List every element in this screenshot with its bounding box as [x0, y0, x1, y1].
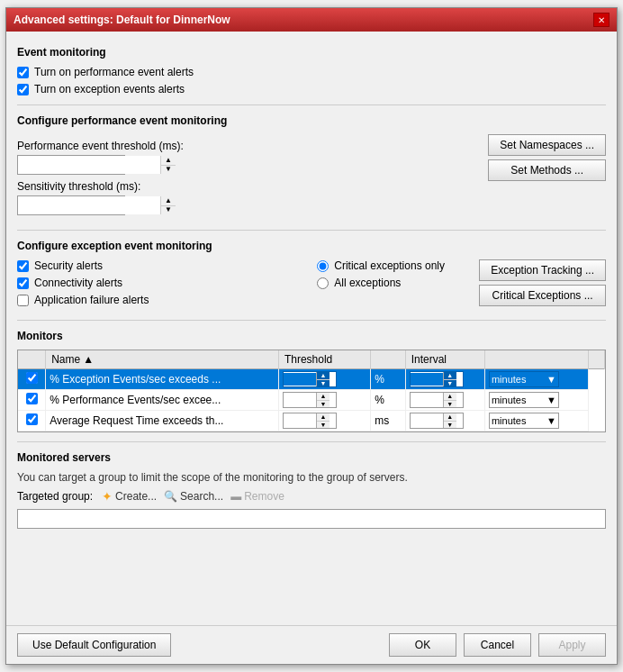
row3-spin-up[interactable]: ▲: [317, 413, 330, 422]
row2-threshold-spinner[interactable]: 20 ▲ ▼: [283, 392, 337, 408]
row1-spin-up[interactable]: ▲: [317, 372, 330, 380]
main-scrollable[interactable]: Event monitoring Turn on performance eve…: [6, 32, 617, 625]
row1-interval-spinner[interactable]: 5 ▲ ▼: [410, 371, 464, 387]
targeted-group-input[interactable]: [17, 509, 606, 529]
row1-unit-cell: minutes ▼: [484, 369, 588, 390]
remove-button[interactable]: ▬ Remove: [230, 490, 284, 503]
row3-spin-btns: ▲ ▼: [316, 413, 330, 428]
perf-event-form: Performance event threshold (ms): 15000 …: [17, 134, 606, 221]
row1-unit-dropdown[interactable]: minutes ▼: [489, 371, 559, 387]
search-button[interactable]: 🔍 Search...: [164, 490, 223, 503]
thresh-input-row: 15000 ▲ ▼: [17, 155, 488, 175]
exception-alerts-checkbox[interactable]: [17, 84, 29, 95]
targeted-group-label: Targeted group:: [17, 490, 93, 503]
row3-threshold-input[interactable]: 10000: [284, 414, 316, 427]
monitors-thead: Name ▲ Threshold Interval: [18, 350, 605, 369]
th-interval[interactable]: Interval: [405, 350, 484, 369]
app-failure-checkbox[interactable]: [17, 295, 29, 306]
thresh-input[interactable]: 15000: [18, 156, 160, 174]
thresh-spin-down[interactable]: ▼: [161, 166, 176, 175]
row2-spin-btns: ▲ ▼: [316, 393, 330, 407]
table-row[interactable]: Average Request Time exceeds th... 10000…: [18, 411, 605, 431]
table-row[interactable]: % Performance Events/sec excee... 20 ▲ ▼: [18, 390, 605, 411]
row2-unit-dropdown[interactable]: minutes ▼: [489, 392, 559, 408]
row3-interval-cell: 5 ▲ ▼: [405, 411, 484, 431]
set-methods-button[interactable]: Set Methods ...: [488, 159, 606, 181]
exception-tracking-button[interactable]: Exception Tracking ...: [479, 259, 606, 281]
row1-name: % Exception Events/sec exceeds ...: [50, 373, 221, 386]
row3-interval-input[interactable]: 5: [411, 414, 443, 427]
row3-unit-value: minutes: [492, 415, 527, 426]
th-check: [18, 350, 46, 369]
use-default-button[interactable]: Use Default Configuration: [17, 633, 171, 657]
ok-button[interactable]: OK: [389, 633, 456, 657]
monitored-servers-desc: You can target a group to limit the scop…: [17, 471, 606, 484]
row1-thresh-cell: 15 ▲ ▼: [278, 369, 370, 390]
row3-checkbox[interactable]: [26, 413, 38, 425]
search-label: Search...: [180, 490, 223, 503]
th-threshold[interactable]: Threshold: [278, 350, 370, 369]
sensitivity-input[interactable]: 100: [18, 196, 160, 214]
cancel-button[interactable]: Cancel: [464, 633, 531, 657]
row2-interval-cell: 5 ▲ ▼: [405, 390, 484, 411]
row2-pct-cell: %: [371, 390, 405, 411]
divider-2: [17, 230, 606, 231]
critical-exceptions-button[interactable]: Critical Exceptions ...: [479, 285, 606, 306]
thresh-label: Performance event threshold (ms):: [17, 140, 488, 152]
sensitivity-spinner[interactable]: 100 ▲ ▼: [17, 195, 125, 215]
sensitivity-spin-down[interactable]: ▼: [161, 206, 176, 215]
security-alerts-label: Security alerts: [34, 259, 103, 272]
critical-only-radio[interactable]: [317, 260, 329, 272]
main-window: Advanced settings: Default for DinnerNow…: [5, 7, 618, 665]
row1-checkbox[interactable]: [26, 372, 38, 384]
row3-threshold-spinner[interactable]: 10000 ▲ ▼: [283, 413, 337, 429]
row3-interval-spin-up[interactable]: ▲: [444, 413, 456, 422]
row2-threshold-input[interactable]: 20: [284, 394, 316, 406]
row1-interval-spin-down[interactable]: ▼: [444, 380, 456, 387]
all-exceptions-radio[interactable]: [317, 277, 329, 289]
security-alerts-checkbox[interactable]: [17, 260, 29, 272]
connectivity-alerts-label: Connectivity alerts: [34, 277, 122, 289]
set-namespaces-button[interactable]: Set Namespaces ...: [488, 134, 606, 156]
row3-name-cell: Average Request Time exceeds th...: [46, 411, 279, 431]
row1-interval-spin-btns: ▲ ▼: [443, 372, 456, 386]
perf-alerts-row: Turn on performance event alerts: [17, 66, 606, 78]
row1-interval-input[interactable]: 5: [411, 373, 443, 386]
row2-interval-spin-up[interactable]: ▲: [444, 393, 456, 401]
connectivity-alerts-row: Connectivity alerts: [17, 277, 317, 289]
table-row[interactable]: % Exception Events/sec exceeds ... 15 ▲ …: [18, 369, 605, 390]
row2-spin-up[interactable]: ▲: [317, 393, 330, 401]
row3-interval-spin-down[interactable]: ▼: [444, 422, 456, 429]
row1-interval-spin-up[interactable]: ▲: [444, 372, 456, 380]
perf-alerts-checkbox[interactable]: [17, 67, 29, 78]
row2-interval-spinner[interactable]: 5 ▲ ▼: [410, 392, 464, 408]
close-button[interactable]: ✕: [593, 13, 609, 27]
row3-interval-spinner[interactable]: 5 ▲ ▼: [410, 413, 464, 429]
row2-interval-spin-down[interactable]: ▼: [444, 401, 456, 408]
row1-spin-down[interactable]: ▼: [317, 380, 330, 387]
row3-spin-down[interactable]: ▼: [317, 422, 330, 429]
monitored-servers-header: Monitored servers: [17, 451, 606, 464]
row2-spin-down[interactable]: ▼: [317, 401, 330, 408]
row1-threshold-spinner[interactable]: 15 ▲ ▼: [283, 371, 337, 387]
create-label: Create...: [115, 490, 157, 503]
apply-button[interactable]: Apply: [538, 633, 606, 657]
thresh-spinner[interactable]: 15000 ▲ ▼: [17, 155, 125, 175]
row2-dropdown-arrow: ▼: [546, 395, 556, 405]
sensitivity-spin-up[interactable]: ▲: [161, 196, 176, 206]
row3-unit-dropdown[interactable]: minutes ▼: [489, 413, 559, 429]
monitors-table-container[interactable]: Name ▲ Threshold Interval: [17, 350, 606, 432]
row2-interval-input[interactable]: 5: [411, 394, 443, 406]
row1-threshold-input[interactable]: 15: [284, 373, 316, 386]
row2-checkbox[interactable]: [26, 393, 38, 404]
row2-unit-value: minutes: [492, 395, 527, 405]
monitors-header: Monitors: [17, 330, 606, 342]
row2-check-cell: [18, 390, 46, 411]
create-button[interactable]: ✦ Create...: [102, 489, 157, 504]
th-name[interactable]: Name ▲: [46, 350, 279, 369]
window-title: Advanced settings: Default for DinnerNow: [14, 14, 230, 26]
connectivity-alerts-checkbox[interactable]: [17, 277, 29, 289]
row2-interval-spin-btns: ▲ ▼: [443, 393, 456, 407]
thresh-spin-up[interactable]: ▲: [161, 156, 176, 166]
remove-label: Remove: [244, 490, 284, 503]
